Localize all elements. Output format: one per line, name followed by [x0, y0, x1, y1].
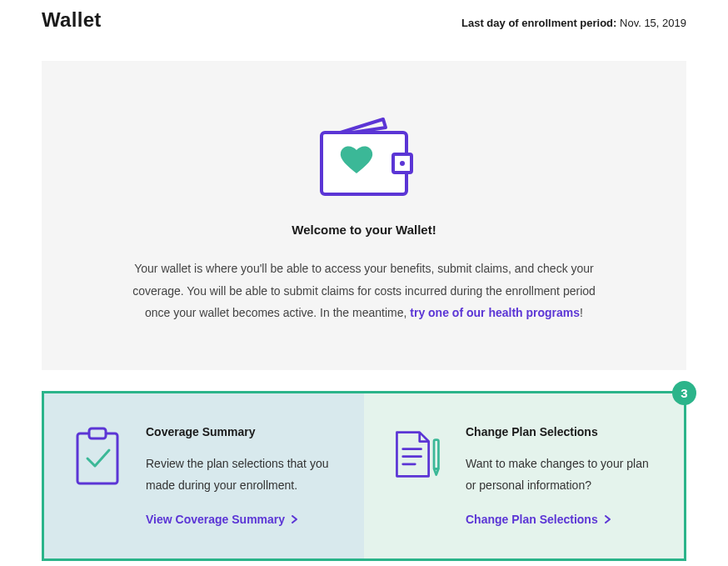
- step-badge: 3: [672, 381, 696, 405]
- welcome-panel: Welcome to your Wallet! Your wallet is w…: [42, 61, 686, 370]
- svg-rect-8: [434, 440, 438, 469]
- change-card-desc: Want to make changes to your plan or per…: [466, 453, 659, 497]
- enrollment-date: Nov. 15, 2019: [620, 17, 686, 29]
- document-pencil-icon: [392, 425, 442, 527]
- coverage-card-content: Coverage Summary Review the plan selecti…: [146, 425, 339, 527]
- svg-rect-4: [89, 428, 106, 438]
- welcome-body-suffix: !: [580, 306, 583, 319]
- health-programs-link[interactable]: try one of our health programs: [410, 306, 580, 319]
- welcome-body: Your wallet is where you'll be able to a…: [131, 258, 597, 324]
- wallet-heart-icon: [92, 111, 636, 198]
- action-cards-row: 3 Coverage Summary Review the plan selec…: [42, 391, 686, 561]
- view-coverage-summary-link[interactable]: View Coverage Summary: [146, 513, 298, 526]
- change-plan-selections-link[interactable]: Change Plan Selections: [466, 513, 611, 526]
- chevron-right-icon: [292, 513, 298, 526]
- chevron-right-icon: [605, 513, 611, 526]
- svg-point-2: [400, 161, 405, 166]
- page-title: Wallet: [42, 8, 102, 32]
- coverage-link-label: View Coverage Summary: [146, 513, 285, 526]
- clipboard-check-icon: [72, 425, 122, 527]
- change-card-title: Change Plan Selections: [466, 425, 659, 438]
- welcome-title: Welcome to your Wallet!: [92, 223, 636, 237]
- page-header: Wallet Last day of enrollment period: No…: [42, 8, 686, 32]
- svg-rect-3: [77, 433, 117, 483]
- change-plan-card: Change Plan Selections Want to make chan…: [364, 393, 684, 558]
- coverage-card-title: Coverage Summary: [146, 425, 339, 438]
- enrollment-period: Last day of enrollment period: Nov. 15, …: [461, 17, 686, 29]
- change-link-label: Change Plan Selections: [466, 513, 598, 526]
- enrollment-label: Last day of enrollment period:: [461, 17, 616, 29]
- change-card-content: Change Plan Selections Want to make chan…: [466, 425, 659, 527]
- coverage-summary-card: Coverage Summary Review the plan selecti…: [44, 393, 364, 558]
- coverage-card-desc: Review the plan selections that you made…: [146, 453, 339, 497]
